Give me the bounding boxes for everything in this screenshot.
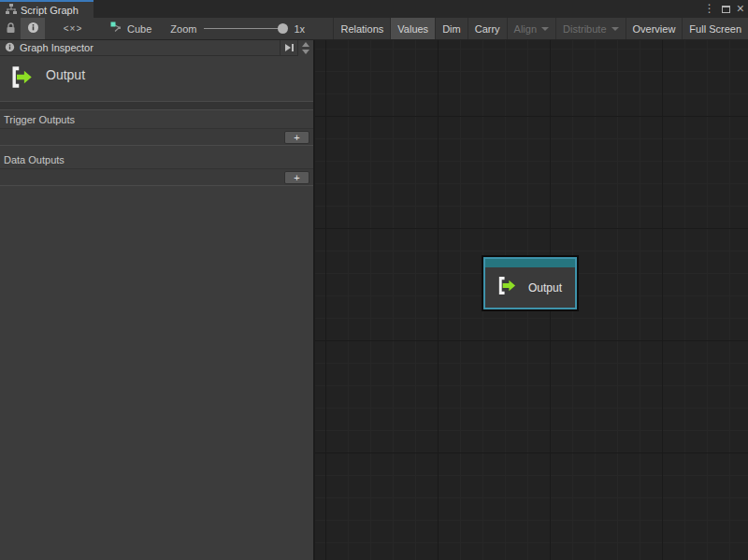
scroll-up-icon[interactable] bbox=[302, 42, 309, 47]
collapse-right-icon bbox=[284, 39, 295, 56]
graph-reference-breadcrumb[interactable]: Cube bbox=[101, 18, 161, 39]
zoom-label: Zoom bbox=[170, 23, 196, 35]
zoom-slider-thumb[interactable] bbox=[278, 23, 288, 34]
align-label: Align bbox=[514, 23, 537, 35]
maximize-icon[interactable] bbox=[722, 6, 730, 13]
trigger-outputs-label: Trigger Outputs bbox=[0, 110, 313, 128]
code-view-button[interactable]: <×> bbox=[45, 18, 101, 39]
info-circle-icon bbox=[5, 42, 15, 54]
toolbar-button-overview[interactable]: Overview bbox=[626, 18, 683, 39]
zoom-control: Zoom 1x bbox=[161, 18, 314, 39]
toolbar-button-relations[interactable]: Relations bbox=[333, 18, 390, 39]
toolbar-button-dim[interactable]: Dim bbox=[435, 18, 468, 39]
toolbar-button-fullscreen[interactable]: Full Screen bbox=[682, 18, 748, 39]
output-node-label: Output bbox=[528, 281, 562, 294]
graph-toolbar: <×> Cube Zoom 1x Relations Values Dim Ca… bbox=[0, 18, 748, 40]
tab-label: Script Graph bbox=[21, 5, 79, 16]
inspector-header: Graph Inspector bbox=[0, 40, 313, 56]
graph-inspector-panel: Graph Inspector Output Trigger Outputs + bbox=[0, 40, 313, 560]
inspector-title: Graph Inspector bbox=[20, 42, 94, 53]
tab-script-graph[interactable]: Script Graph bbox=[0, 0, 94, 18]
zoom-slider[interactable] bbox=[204, 23, 286, 35]
toolbar-spacer bbox=[314, 18, 333, 39]
lock-icon bbox=[6, 22, 16, 36]
selected-unit-header: Output bbox=[0, 56, 313, 102]
dock-panel-button[interactable] bbox=[280, 40, 298, 56]
output-unit-icon bbox=[496, 275, 517, 300]
trigger-outputs-list: + bbox=[0, 128, 313, 146]
graph-ref-label: Cube bbox=[127, 23, 151, 35]
output-node[interactable]: Output bbox=[483, 257, 577, 309]
dropdown-arrow-icon bbox=[541, 27, 549, 31]
window-controls: ⋮ × bbox=[704, 0, 744, 18]
panel-scroll-spinner[interactable] bbox=[298, 40, 313, 56]
inspector-title-row: Graph Inspector bbox=[0, 40, 280, 56]
graph-canvas[interactable]: Output bbox=[315, 40, 748, 560]
hierarchy-icon bbox=[6, 4, 17, 17]
toolbar-button-carry[interactable]: Carry bbox=[468, 18, 507, 39]
toolbar-button-align[interactable]: Align bbox=[507, 18, 555, 39]
add-trigger-output-button[interactable]: + bbox=[284, 131, 309, 144]
zoom-value: 1x bbox=[294, 23, 305, 35]
output-node-body: Output bbox=[485, 267, 575, 308]
script-graph-window: Script Graph ⋮ × <×> Cube bbox=[0, 0, 748, 560]
toolbar-button-distribute[interactable]: Distribute bbox=[555, 18, 625, 39]
code-icon: <×> bbox=[64, 23, 83, 34]
section-gap-band bbox=[0, 102, 313, 110]
toolbar-button-values[interactable]: Values bbox=[390, 18, 435, 39]
output-unit-icon bbox=[8, 65, 34, 93]
lock-button[interactable] bbox=[0, 18, 21, 39]
inspector-toggle-button[interactable] bbox=[21, 18, 45, 39]
dropdown-arrow-icon bbox=[611, 27, 619, 31]
script-graph-asset-icon bbox=[110, 22, 122, 36]
data-outputs-list: + bbox=[0, 168, 313, 186]
distribute-label: Distribute bbox=[563, 23, 606, 35]
close-icon[interactable]: × bbox=[737, 0, 744, 18]
scroll-down-icon[interactable] bbox=[302, 50, 309, 54]
info-icon bbox=[27, 22, 39, 36]
output-node-titlebar bbox=[485, 259, 575, 267]
unit-title: Output bbox=[46, 65, 85, 82]
add-data-output-button[interactable]: + bbox=[284, 171, 309, 184]
zoom-slider-track bbox=[204, 28, 286, 29]
data-outputs-label: Data Outputs bbox=[0, 151, 313, 168]
tab-bar: Script Graph ⋮ × bbox=[0, 0, 748, 18]
kebab-menu-icon[interactable]: ⋮ bbox=[704, 0, 715, 18]
